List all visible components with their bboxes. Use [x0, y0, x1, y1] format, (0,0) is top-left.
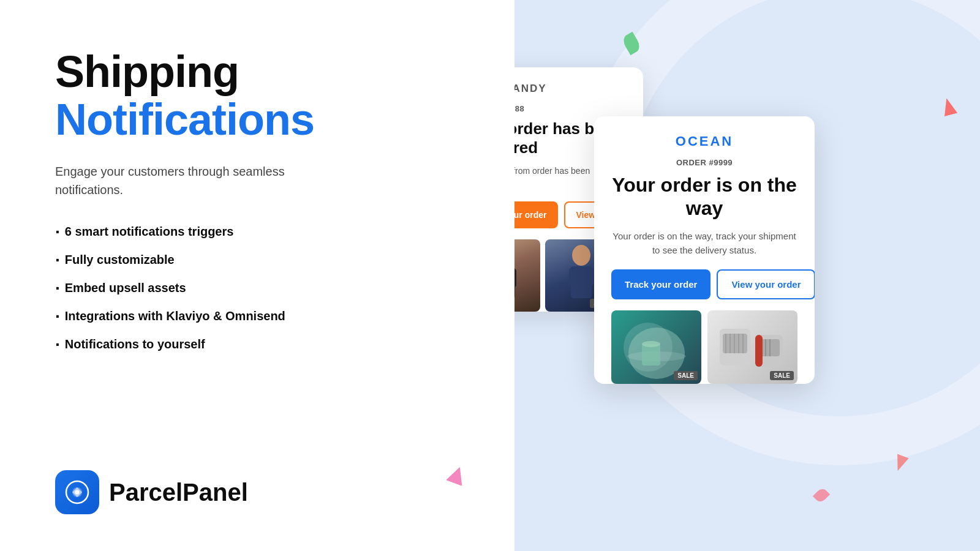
- ocean-card-title: Your order is on the way: [611, 173, 797, 220]
- ocean-button-group: Track your order View your order: [611, 269, 797, 299]
- svg-rect-11: [586, 268, 594, 286]
- feature-item-3: Embed upsell assets: [55, 280, 466, 297]
- brand-name: ParcelPanel: [109, 479, 248, 506]
- feature-item-5: Notifications to yourself: [55, 336, 466, 353]
- ocean-sale-badge-2: SALE: [770, 371, 794, 380]
- features-list: 6 smart notifications triggers Fully cus…: [55, 223, 466, 364]
- ocean-sale-badge-1: SALE: [674, 371, 698, 380]
- landy-track-button[interactable]: Track your order: [514, 201, 558, 228]
- subtitle-text: Engage your customers through seamless n…: [55, 162, 312, 199]
- ocean-product-images: SALE: [611, 310, 797, 384]
- title-notifications: Notifications: [55, 96, 466, 144]
- card-ocean: OCEAN ORDER #9999 Your order is on the w…: [594, 116, 815, 384]
- svg-rect-7: [514, 269, 516, 287]
- svg-point-8: [572, 245, 590, 266]
- ocean-view-button[interactable]: View your order: [717, 269, 815, 299]
- landy-logo-text: LANDY: [514, 83, 547, 95]
- brand-container: ParcelPanel: [55, 470, 466, 514]
- svg-rect-17: [723, 334, 747, 353]
- feature-item-2: Fully customizable: [55, 252, 466, 269]
- svg-rect-10: [569, 268, 576, 286]
- svg-rect-14: [642, 344, 660, 365]
- landy-order-number: ORDER #9988: [514, 104, 628, 113]
- feature-item-1: 6 smart notifications triggers: [55, 223, 466, 241]
- ocean-track-button[interactable]: Track your order: [611, 269, 710, 299]
- parcelpanel-svg: [64, 479, 91, 506]
- title-shipping: Shipping: [55, 49, 466, 96]
- cards-container: LANDY ORDER #9988 Your order has been de…: [514, 67, 980, 551]
- ocean-logo-text: OCEAN: [611, 133, 797, 149]
- feature-item-4: Integrations with Klaviyo & Omnisend: [55, 308, 466, 325]
- svg-rect-28: [755, 335, 763, 367]
- ocean-product-image-1: SALE: [611, 310, 701, 384]
- svg-point-15: [642, 341, 660, 347]
- landy-product-image-1: [514, 239, 540, 312]
- right-panel: LANDY ORDER #9988 Your order has been de…: [514, 0, 980, 551]
- left-panel: Shipping Notifications Engage your custo…: [0, 0, 514, 551]
- ocean-product-image-2: SALE: [707, 310, 797, 384]
- fashion-woman-icon: [514, 242, 529, 309]
- ocean-order-number: ORDER #9999: [611, 158, 797, 167]
- svg-point-2: [75, 490, 80, 495]
- landy-logo: LANDY: [514, 82, 628, 96]
- deco-leaf-green: [620, 32, 642, 56]
- parcelpanel-icon: [55, 470, 99, 514]
- ocean-card-description: Your order is on the way, track your shi…: [611, 229, 797, 258]
